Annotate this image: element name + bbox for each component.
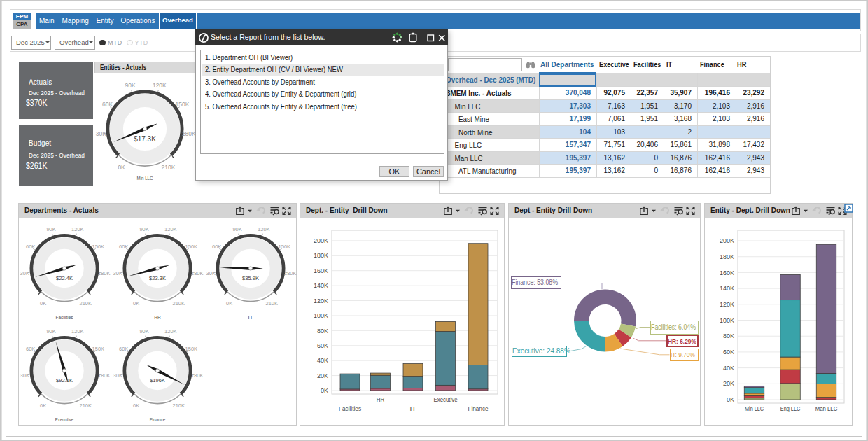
svg-text:Executive: Executive [434, 396, 458, 403]
svg-text:$35.9K: $35.9K [242, 275, 259, 281]
svg-text:150K: 150K [92, 244, 105, 250]
svg-text:210K: 210K [173, 402, 186, 409]
svg-text:200K: 200K [314, 237, 328, 244]
svg-text:$196K: $196K [150, 377, 165, 384]
svg-text:60K: 60K [26, 346, 35, 352]
svg-text:60K: 60K [119, 346, 128, 352]
svg-text:100K: 100K [720, 317, 734, 324]
svg-text:IT: IT [410, 405, 416, 412]
svg-text:180K: 180K [182, 130, 196, 137]
svg-text:IT: IT [248, 314, 253, 321]
svg-text:210K: 210K [80, 402, 92, 409]
svg-text:210K: 210K [80, 300, 92, 307]
svg-text:$92.1K: $92.1K [56, 377, 73, 384]
svg-text:120K: 120K [71, 328, 84, 335]
svg-text:60K: 60K [26, 244, 35, 250]
svg-text:210K: 210K [266, 300, 279, 307]
svg-text:180K: 180K [98, 372, 111, 379]
svg-text:200K: 200K [720, 237, 734, 244]
svg-text:40K: 40K [723, 365, 734, 372]
svg-text:0K: 0K [321, 387, 328, 394]
svg-text:180K: 180K [314, 252, 328, 259]
svg-text:120K: 120K [164, 328, 177, 335]
svg-text:$22.4K: $22.4K [56, 275, 73, 281]
svg-text:0K: 0K [133, 300, 139, 307]
svg-text:Finance: Finance [150, 416, 166, 423]
svg-text:180K: 180K [284, 270, 297, 276]
svg-text:0K: 0K [727, 396, 734, 403]
svg-text:60K: 60K [102, 101, 113, 108]
svg-text:20K: 20K [723, 380, 734, 387]
svg-text:120K: 120K [720, 301, 734, 308]
svg-text:150K: 150K [186, 346, 198, 352]
svg-text:120K: 120K [314, 298, 328, 304]
svg-text:90K: 90K [46, 226, 55, 232]
svg-text:0K: 0K [40, 300, 46, 307]
svg-text:Eng LLC: Eng LLC [780, 405, 801, 412]
svg-text:Finance: Finance [468, 405, 489, 412]
svg-text:140K: 140K [720, 285, 734, 292]
svg-text:30K: 30K [96, 130, 106, 137]
svg-text:120K: 120K [153, 82, 167, 89]
svg-text:Executive: Executive [55, 416, 74, 423]
svg-text:180K: 180K [720, 253, 734, 260]
svg-text:0K: 0K [40, 402, 46, 409]
svg-text:80K: 80K [723, 332, 734, 340]
svg-text:30K: 30K [20, 372, 29, 379]
svg-text:Facilities: Facilities [56, 314, 74, 321]
svg-text:90K: 90K [139, 226, 148, 232]
svg-text:Man LLC: Man LLC [816, 405, 838, 412]
svg-text:150K: 150K [279, 244, 291, 250]
svg-text:$23.3K: $23.3K [149, 275, 166, 281]
svg-text:0K: 0K [133, 402, 139, 409]
svg-text:90K: 90K [139, 328, 148, 335]
svg-text:90K: 90K [46, 328, 55, 335]
svg-text:210K: 210K [161, 164, 175, 171]
svg-text:30K: 30K [20, 270, 29, 276]
svg-text:90K: 90K [232, 226, 241, 232]
svg-text:180K: 180K [191, 372, 204, 379]
svg-text:160K: 160K [314, 267, 328, 274]
svg-text:0K: 0K [118, 164, 125, 171]
svg-text:120K: 120K [164, 226, 177, 232]
svg-text:Facilities: Facilities [339, 405, 361, 412]
svg-text:HR: HR [377, 396, 385, 403]
svg-text:120K: 120K [71, 226, 84, 232]
svg-text:150K: 150K [176, 101, 190, 108]
svg-text:140K: 140K [314, 282, 328, 289]
svg-text:30K: 30K [113, 372, 122, 379]
svg-text:210K: 210K [173, 300, 186, 307]
svg-text:HR: HR [154, 314, 161, 321]
svg-text:30K: 30K [206, 270, 216, 276]
svg-text:Min LLC: Min LLC [137, 175, 153, 181]
svg-text:$17.3K: $17.3K [134, 135, 156, 143]
svg-text:90K: 90K [125, 82, 136, 89]
svg-text:Min LLC: Min LLC [745, 405, 764, 412]
svg-text:80K: 80K [317, 328, 328, 335]
svg-text:40K: 40K [317, 357, 328, 364]
svg-text:60K: 60K [317, 342, 328, 349]
svg-text:30K: 30K [113, 270, 122, 276]
svg-text:100K: 100K [314, 312, 328, 319]
svg-text:180K: 180K [98, 270, 111, 276]
svg-text:0K: 0K [226, 300, 232, 307]
svg-text:60K: 60K [723, 349, 734, 356]
svg-text:120K: 120K [258, 226, 270, 232]
svg-text:20K: 20K [317, 372, 328, 379]
svg-text:60K: 60K [212, 244, 221, 250]
svg-text:150K: 150K [186, 244, 198, 250]
svg-text:160K: 160K [720, 270, 734, 276]
svg-text:60K: 60K [119, 244, 128, 250]
svg-text:150K: 150K [92, 346, 105, 352]
svg-text:180K: 180K [191, 270, 204, 276]
